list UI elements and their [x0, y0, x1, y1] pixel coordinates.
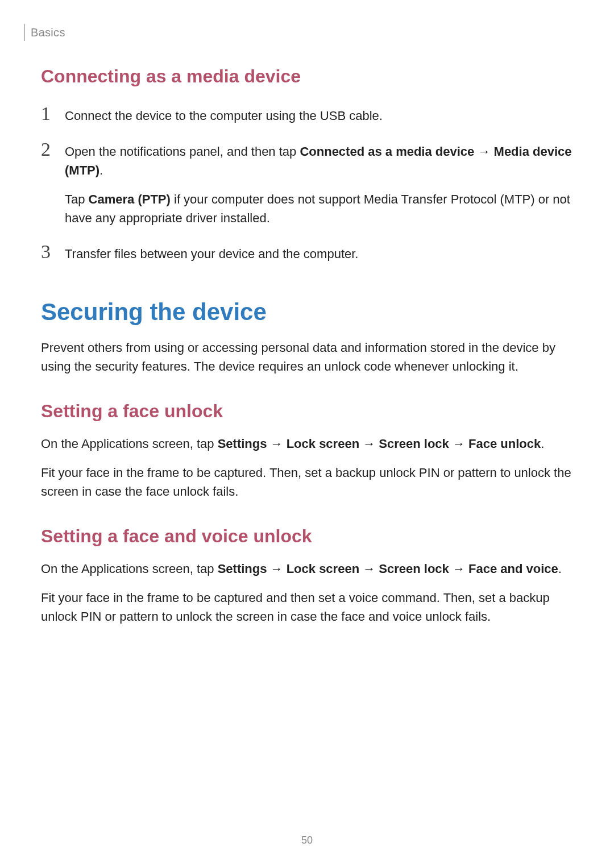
arrow-text-run: →	[449, 562, 468, 576]
text-run: Connect the device to the computer using…	[65, 109, 383, 123]
step-number: 3	[41, 242, 53, 261]
text-run: Tap	[65, 192, 89, 206]
arrow-text-run: →	[359, 562, 379, 576]
bold-text-run: Screen lock	[379, 437, 449, 451]
body-paragraph: Fit your face in the frame to be capture…	[41, 463, 573, 501]
page-content: Basics Connecting as a media device 1Con…	[0, 0, 614, 626]
bold-text-run: Face and voice	[468, 562, 558, 576]
bold-text-run: Connected as a media device	[300, 144, 474, 159]
step-paragraph: Tap Camera (PTP) if your computer does n…	[65, 190, 573, 227]
arrow-text-run: →	[267, 437, 286, 451]
step-paragraph: Connect the device to the computer using…	[65, 106, 383, 125]
section-face-voice-unlock-body: On the Applications screen, tap Settings…	[41, 559, 573, 626]
page-title-securing: Securing the device	[41, 298, 573, 326]
bold-text-run: Lock screen	[287, 437, 359, 451]
text-run: On the Applications screen, tap	[41, 562, 218, 576]
breadcrumb-text: Basics	[31, 26, 65, 39]
page-number: 50	[0, 834, 614, 846]
step-item: 1Connect the device to the computer usin…	[41, 104, 573, 125]
text-run: Fit your face in the frame to be capture…	[41, 466, 571, 499]
body-paragraph: On the Applications screen, tap Settings…	[41, 434, 573, 453]
body-paragraph: Fit your face in the frame to be capture…	[41, 588, 573, 626]
section-face-unlock-body: On the Applications screen, tap Settings…	[41, 434, 573, 501]
bold-text-run: Face unlock	[468, 437, 541, 451]
step-item: 2Open the notifications panel, and then …	[41, 140, 573, 227]
text-run: .	[99, 163, 103, 177]
step-body: Transfer files between your device and t…	[65, 242, 358, 263]
step-body: Open the notifications panel, and then t…	[65, 140, 573, 227]
arrow-text-run: →	[474, 144, 493, 159]
step-body: Connect the device to the computer using…	[65, 104, 383, 125]
section-heading-face-voice-unlock: Setting a face and voice unlock	[41, 526, 573, 547]
text-run: On the Applications screen, tap	[41, 437, 218, 451]
arrow-text-run: →	[359, 437, 379, 451]
text-run: .	[558, 562, 562, 576]
bold-text-run: Lock screen	[287, 562, 359, 576]
section-heading-face-unlock: Setting a face unlock	[41, 401, 573, 422]
text-run: Fit your face in the frame to be capture…	[41, 591, 550, 624]
bold-text-run: Settings	[218, 562, 267, 576]
breadcrumb-divider	[24, 24, 25, 41]
step-list-connecting: 1Connect the device to the computer usin…	[41, 104, 573, 263]
bold-text-run: Camera (PTP)	[89, 192, 171, 206]
breadcrumb: Basics	[24, 24, 573, 41]
body-paragraph: On the Applications screen, tap Settings…	[41, 559, 573, 578]
bold-text-run: Settings	[218, 437, 267, 451]
step-paragraph: Open the notifications panel, and then t…	[65, 142, 573, 180]
text-run: .	[541, 437, 544, 451]
step-number: 2	[41, 140, 53, 159]
text-run: Transfer files between your device and t…	[65, 247, 358, 261]
bold-text-run: Screen lock	[379, 562, 449, 576]
step-item: 3Transfer files between your device and …	[41, 242, 573, 263]
arrow-text-run: →	[449, 437, 468, 451]
step-paragraph: Transfer files between your device and t…	[65, 244, 358, 263]
intro-paragraph: Prevent others from using or accessing p…	[41, 338, 573, 376]
text-run: Open the notifications panel, and then t…	[65, 144, 300, 159]
step-number: 1	[41, 104, 53, 123]
section-heading-connecting: Connecting as a media device	[41, 66, 573, 87]
arrow-text-run: →	[267, 562, 286, 576]
